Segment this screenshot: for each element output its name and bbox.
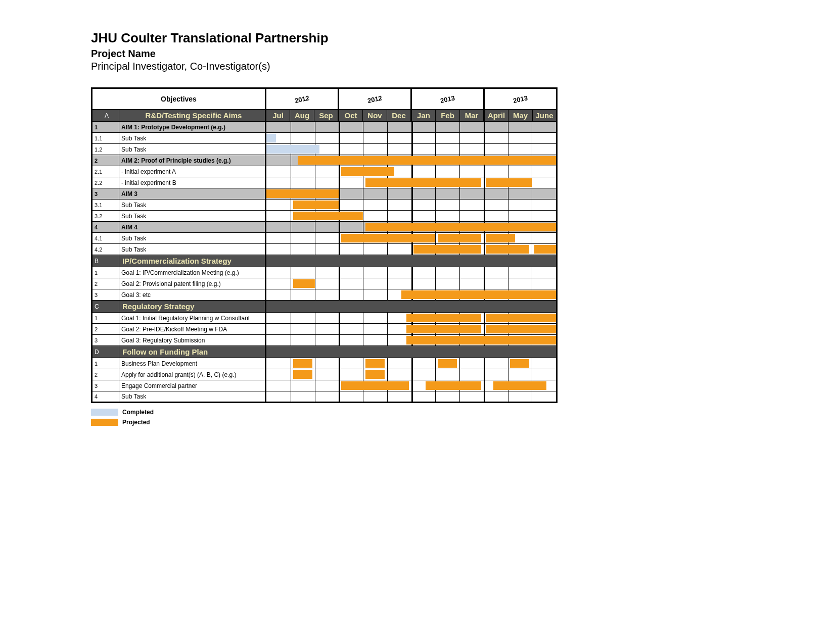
gantt-cell	[266, 144, 557, 155]
table-row: 3.1Sub Task	[92, 200, 557, 211]
row-index: 4.1	[92, 233, 119, 244]
gantt-cell	[266, 133, 557, 144]
row-index: D	[92, 346, 119, 358]
table-row: 4AIM 4	[92, 222, 557, 233]
table-row: 3.2Sub Task	[92, 211, 557, 222]
gantt-cell	[266, 289, 557, 301]
month-feb: Feb	[436, 110, 460, 122]
gantt-bar	[293, 359, 312, 368]
page-header: JHU Coulter Translational Partnership Pr…	[91, 30, 743, 72]
gantt-bar	[365, 359, 385, 368]
year-header-2: 2013	[411, 88, 484, 110]
row-index: 3	[92, 380, 119, 391]
row-label: AIM 1: Prototype Development (e.g.)	[119, 122, 266, 133]
table-row: 1Goal 1: Initial Regulatory Planning w C…	[92, 313, 557, 324]
gantt-cell	[266, 122, 557, 133]
gantt-table: Objectives2012201220132013AR&D/Testing S…	[91, 87, 558, 403]
section-label: IP/Commercialization Strategy	[119, 255, 266, 267]
row-index: 4	[92, 391, 119, 403]
month-may: May	[508, 110, 533, 122]
gantt-bar	[266, 145, 319, 154]
gantt-bar	[486, 234, 515, 242]
gantt-bar	[486, 325, 556, 333]
row-index: 2	[92, 155, 119, 166]
gantt-bar	[293, 212, 363, 220]
table-row: 1AIM 1: Prototype Development (e.g.)	[92, 122, 557, 133]
gantt-cell	[266, 267, 557, 278]
gantt-cell	[266, 177, 557, 188]
row-label: - initial experiment B	[119, 177, 266, 188]
section-label: Follow on Funding Plan	[119, 346, 266, 358]
row-label: AIM 2: Proof of Principle studies (e.g.)	[119, 155, 266, 166]
gantt-bar	[365, 223, 556, 231]
gantt-bar	[406, 314, 481, 322]
row-index: 1.1	[92, 133, 119, 144]
gantt-bar	[293, 279, 315, 288]
row-index: 2	[92, 324, 119, 335]
year-header-0: 2012	[266, 88, 339, 110]
section-label: Regulatory Strategy	[119, 301, 266, 313]
table-row: 2.2 - initial experiment B	[92, 177, 557, 188]
row-index: B	[92, 255, 119, 267]
gantt-cell	[266, 335, 557, 346]
row-label: Business Plan Development	[119, 358, 266, 369]
table-row: 1.2Sub Task	[92, 144, 557, 155]
gantt-cell	[266, 200, 557, 211]
section-label: R&D/Testing Specific Aims	[119, 110, 266, 122]
row-label: Sub Task	[119, 144, 266, 155]
row-index: 2	[92, 369, 119, 380]
month-jul: Jul	[266, 110, 290, 122]
row-label: - initial experiment A	[119, 166, 266, 177]
gantt-bar	[293, 201, 339, 209]
gantt-cell	[266, 278, 557, 289]
table-row: 4.2Sub Task	[92, 244, 557, 255]
gantt-cell	[266, 244, 557, 255]
table-row: 3Goal 3: Regulatory Submission	[92, 335, 557, 346]
gantt-bar	[438, 359, 457, 368]
gantt-cell	[266, 188, 557, 200]
row-index: 3.1	[92, 200, 119, 211]
legend-projected-label: Projected	[122, 419, 150, 426]
row-label: Goal 3: Regulatory Submission	[119, 335, 266, 346]
row-label: Engage Commercial partner	[119, 380, 266, 391]
table-row: DFollow on Funding Plan	[92, 346, 557, 358]
row-label: Goal 1: IP/Commercialization Meeting (e.…	[119, 267, 266, 278]
row-label: Sub Task	[119, 244, 266, 255]
gantt-bar	[401, 290, 556, 299]
gantt-cell	[266, 222, 557, 233]
gantt-bar	[341, 381, 409, 390]
gantt-bar	[426, 381, 481, 390]
gantt-bar	[341, 167, 394, 176]
investigators: Principal Investigator, Co-Investigator(…	[91, 61, 743, 72]
gantt-cell	[266, 358, 557, 369]
month-aug: Aug	[290, 110, 314, 122]
month-april: April	[484, 110, 508, 122]
project-name: Project Name	[91, 48, 743, 60]
gantt-bar	[406, 336, 556, 344]
gantt-bar	[293, 370, 312, 379]
row-label: AIM 4	[119, 222, 266, 233]
gantt-cell	[266, 211, 557, 222]
table-row: 2AIM 2: Proof of Principle studies (e.g.…	[92, 155, 557, 166]
row-index: 1	[92, 313, 119, 324]
objectives-header: Objectives	[92, 88, 266, 110]
gantt-bar	[493, 381, 546, 390]
section-gantt-blank	[266, 346, 557, 358]
month-june: June	[533, 110, 557, 122]
table-row: 2Goal 2: Pre-IDE/Kickoff Meeting w FDA	[92, 324, 557, 335]
row-index: 3	[92, 289, 119, 301]
row-index: 1	[92, 122, 119, 133]
row-index: 2.1	[92, 166, 119, 177]
table-row: 3AIM 3	[92, 188, 557, 200]
legend-completed-label: Completed	[122, 409, 154, 416]
row-index: 1	[92, 358, 119, 369]
row-label: Sub Task	[119, 200, 266, 211]
gantt-bar	[365, 370, 385, 379]
gantt-cell	[266, 166, 557, 177]
legend-swatch-projected	[91, 419, 118, 426]
gantt-bar	[510, 359, 529, 368]
gantt-bar	[341, 234, 435, 242]
page-title: JHU Coulter Translational Partnership	[91, 30, 743, 46]
row-index: 3	[92, 335, 119, 346]
row-label: AIM 3	[119, 188, 266, 200]
